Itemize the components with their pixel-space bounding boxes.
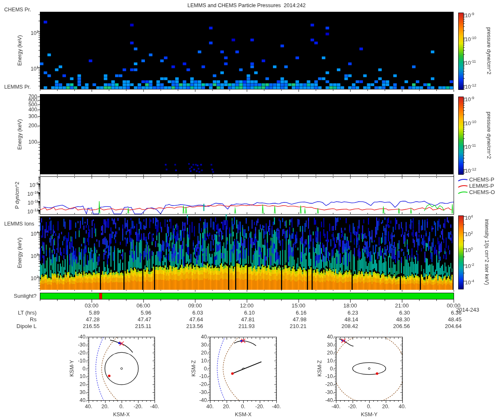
orbit-ytick-label: -40. [199,397,208,403]
orbit-ytick-label: -30. [78,342,87,348]
colorbar2-tick-label: 10-9 [465,95,474,102]
orbit-ytick-label: -20. [325,381,334,387]
orbit-ytick-label: 20. [327,350,334,356]
time-row-value: 210.21 [290,323,307,329]
time-tick-label: 18:00 [343,303,357,309]
time-row-value: 215.11 [135,323,151,329]
orbit-ytick-label: -10. [78,358,87,364]
orbit3-x-axis-label: KSM-Y [361,412,378,417]
pressure-ytick-label: 10-12 [27,207,39,215]
pressure-ytick-label: 10-10 [27,189,39,197]
time-row-value: 6.23 [347,310,358,316]
colorbar3-tick-label: 10-2 [465,262,474,269]
lemms-ytick-label: 200. [29,123,39,129]
colorbar3-tick-label: 104 [465,213,473,221]
orbit-ytick-label: -30. [325,389,334,395]
time-tick-label: 09:00 [188,303,202,309]
time-row-value: 6.16 [296,310,306,316]
pressure-ytick-label: 10-11 [28,198,39,206]
orbit-ytick-label: 30. [327,342,334,348]
ions-ytick-label: 103 [31,252,39,259]
ions-y-axis-label: Energy (keV) [17,238,23,268]
time-row-value: 5.96 [141,310,151,316]
orbit-ytick-label: -20. [78,350,87,356]
orbit-xtick-label: 0. [367,404,371,410]
colorbar2-tick-label: 10-10 [465,119,476,126]
orbit-ytick-label: 0. [204,366,208,372]
time-row-value: 6.30 [399,310,410,316]
orbit-ytick-label: -40. [78,334,87,340]
colorbar3-unit-label: intensity 1/(s cm^2 ster keV) [484,219,490,285]
orbit-ytick-label: -40. [325,397,334,403]
time-row-value: 216.55 [83,323,100,329]
orbit-xtick-label: -40. [272,404,281,410]
time-row-value: 48.14 [344,317,358,323]
time-row-value: 47.81 [241,317,255,323]
panel-lemms-label: LEMMS Pr. [4,84,31,90]
panel-ions-label: LEMMS Ions [4,221,34,227]
orbit1-y-axis-label: KSM-Y [69,360,75,377]
time-row-value: 6.03 [192,310,203,316]
orbit-xtick-label: 0. [119,404,123,410]
time-tick-label: 15:00 [291,303,305,309]
lemms-ytick-label: 400. [29,107,39,113]
colorbar1-unit-label: pressure dyne/cm^2 [486,27,492,74]
time-row-value: 5.89 [89,310,100,316]
orbit-xtick-label: -20. [348,404,357,410]
orbit-xtick-label: -40. [331,404,341,410]
lemms-ytick-label: 300. [29,113,39,119]
legend-label-chems-o: CHEMS-O [469,189,495,195]
time-row-value: 47.47 [138,317,152,323]
orbit-ytick-label: 40. [327,334,334,340]
time-tick-label: 06:00 [136,303,150,309]
colorbar1-tick-label: 10-11 [465,58,476,66]
figure-canvas [0,0,504,420]
legend-label-lemms-p: LEMMS-P [469,183,494,189]
colorbar1-tick-label: 10-12 [465,82,476,90]
lemms-y-axis-label: Energy (keV) [17,119,23,150]
lemms-ytick-label: 100. [29,139,39,145]
pressure-y-axis-label: P dyn/cm^2 [14,182,20,209]
orbit-ytick-label: -20. [199,381,208,387]
time-row-value: 47.64 [189,317,203,323]
orbit-ytick-label: 0. [83,366,87,372]
figure-root: LEMMS and CHEMS Particle Pressures 2014:… [0,0,504,420]
orbit-ytick-label: 30. [201,342,208,348]
time-row-value: 48.45 [448,317,462,323]
time-tick-label: 21:00 [395,303,409,309]
ions-ytick-label: 104 [31,229,39,237]
time-row-value: 208.42 [341,323,358,329]
orbit2-x-axis-label: KSM-X [235,412,252,417]
orbit-xtick-label: 20. [223,404,230,410]
colorbar2-tick-label: 10-11 [465,142,476,150]
dipole-row-label: Dipole L [16,323,37,329]
orbit-xtick-label: -20. [255,404,265,410]
time-row-value: 6.10 [244,310,255,316]
time-row-value: 47.98 [293,317,307,323]
colorbar3-tick-label: 100 [465,246,473,253]
chems-ytick-label: 101 [31,64,39,72]
orbit-ytick-label: 10. [327,358,334,364]
time-row-value: 204.64 [445,323,462,329]
rs-row-label: Rs [30,317,37,323]
orbit-ytick-label: 0. [330,366,334,372]
time-tick-label: 03:00 [85,303,99,309]
orbit-ytick-label: -10. [199,373,208,379]
orbit-xtick-label: 20. [102,404,109,410]
colorbar2-tick-label: 10-12 [465,166,476,174]
colorbar1-tick-label: 10-10 [465,35,476,42]
orbit-xtick-label: 40. [399,404,406,410]
colorbar2-unit-label: pressure dyne/cm^2 [486,112,492,159]
chems-ytick-label: 102 [31,29,39,36]
orbit3-y-axis-label: KSM-Z [317,360,323,377]
orbit-ytick-label: 20. [80,381,87,387]
orbit-ytick-label: 10. [201,358,208,364]
time-row-value: 213.56 [186,323,203,329]
orbit-xtick-label: 40. [85,404,92,410]
pressure-ytick-label: 10-9 [29,181,39,188]
orbit-xtick-label: -40. [150,404,159,410]
orbit1-x-axis-label: KSM-X [113,412,130,417]
orbit-xtick-label: 0. [241,404,245,410]
colorbar3-tick-label: 102 [465,230,473,237]
legend-label-chems-p: CHEMS-P [469,177,494,183]
